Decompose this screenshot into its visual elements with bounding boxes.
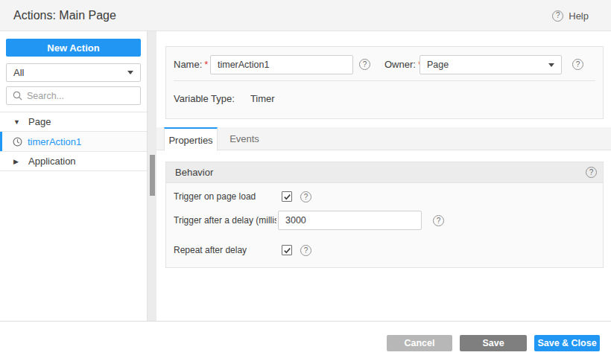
field-label: Repeat after delay (174, 240, 276, 261)
check-icon (283, 246, 291, 255)
help-label: Help (569, 10, 589, 22)
sidebar-scrollbar-thumb[interactable] (150, 155, 155, 196)
filter-dropdown-value: All (13, 67, 24, 78)
owner-label: Owner:* (384, 55, 422, 74)
filter-dropdown[interactable]: All (6, 63, 141, 82)
behavior-help-icon[interactable]: ? (586, 167, 597, 178)
tab-strip: Properties Events (156, 127, 611, 150)
page-title: Actions: Main Page (13, 0, 116, 31)
identity-panel: Name:* ? Owner:* Page ? Variable Type: T… (165, 46, 604, 119)
delay-milliseconds-input[interactable] (278, 211, 422, 230)
behavior-section-body: Trigger on page load ? Trigger after a d… (166, 183, 603, 267)
tab-properties[interactable]: Properties (164, 127, 218, 151)
help-icon: ? (552, 10, 563, 22)
chevron-down-icon (548, 63, 554, 67)
tree-group-label: Application (28, 156, 76, 167)
save-button[interactable]: Save (460, 335, 527, 351)
tree-collapsed-icon[interactable]: ▶ (13, 158, 28, 165)
behavior-section-title: Behavior (175, 167, 213, 178)
behavior-row-trigger-on-load: Trigger on page load ? (166, 186, 603, 207)
panel-divider (174, 80, 595, 81)
tab-events[interactable]: Events (218, 127, 271, 150)
tree-item-timeraction1[interactable]: timerAction1 (0, 132, 147, 152)
main-panel: Name:* ? Owner:* Page ? Variable Type: T… (156, 31, 611, 321)
name-help-icon[interactable]: ? (359, 59, 370, 70)
owner-select-value: Page (427, 60, 449, 70)
trigger-on-load-checkbox[interactable] (282, 191, 292, 202)
name-label: Name:* (174, 55, 208, 74)
variable-type-value: Timer (250, 93, 275, 104)
variable-type-label: Variable Type: (174, 93, 235, 104)
help-button[interactable]: ? Help (552, 0, 589, 31)
name-input[interactable] (210, 55, 353, 74)
owner-select[interactable]: Page (420, 55, 562, 74)
repeat-after-delay-checkbox[interactable] (282, 245, 292, 255)
chevron-down-icon (127, 71, 133, 74)
variable-type-row: Variable Type: Timer (174, 89, 275, 107)
actions-dialog: Actions: Main Page ? Help New Action All… (0, 0, 611, 364)
timer-clock-icon (13, 137, 28, 147)
behavior-section: Behavior ? Trigger on page load ? Trigge… (165, 162, 604, 268)
search-input[interactable] (27, 91, 134, 101)
cancel-button[interactable]: Cancel (387, 335, 452, 351)
field-label: Trigger after a delay (millisec... (174, 210, 276, 231)
tree-group-application[interactable]: ▶ Application (0, 152, 147, 171)
new-action-button[interactable]: New Action (6, 39, 141, 57)
search-box (6, 86, 141, 105)
save-and-close-button[interactable]: Save & Close (534, 335, 600, 351)
dialog-footer: Cancel Save Save & Close (0, 322, 611, 364)
required-asterisk: * (204, 59, 208, 70)
field-label: Trigger on page load (174, 186, 276, 207)
check-icon (283, 193, 291, 201)
repeat-after-delay-help-icon[interactable]: ? (300, 245, 311, 256)
actions-sidebar: New Action All ▼ Page (0, 31, 147, 321)
search-icon (13, 91, 22, 100)
actions-tree: ▼ Page timerAction1 ▶ Application (0, 112, 147, 171)
tree-item-label: timerAction1 (28, 136, 81, 147)
tree-group-label: Page (28, 116, 51, 127)
name-owner-row: Name:* ? Owner:* Page ? (166, 55, 603, 74)
tree-expanded-icon[interactable]: ▼ (13, 118, 28, 126)
tree-group-page[interactable]: ▼ Page (0, 112, 147, 132)
trigger-delay-help-icon[interactable]: ? (433, 215, 444, 226)
trigger-on-load-help-icon[interactable]: ? (300, 191, 311, 202)
behavior-row-trigger-delay: Trigger after a delay (millisec... ? (166, 210, 603, 231)
dialog-header: Actions: Main Page ? Help (0, 0, 611, 31)
sidebar-scrollbar-track[interactable] (147, 31, 156, 321)
owner-help-icon[interactable]: ? (572, 59, 583, 70)
behavior-row-repeat-after-delay: Repeat after delay ? (166, 240, 603, 261)
behavior-section-header: Behavior ? (166, 162, 603, 183)
